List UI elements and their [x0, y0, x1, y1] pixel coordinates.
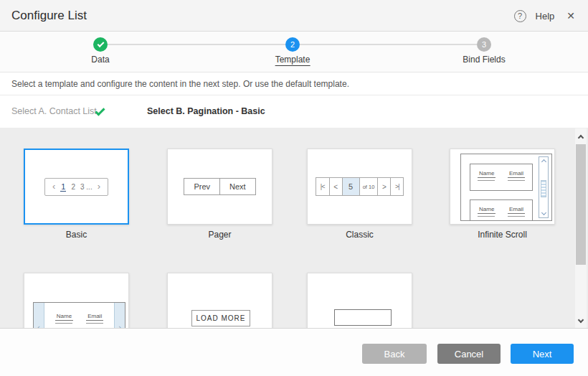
last-page-icon: >| [390, 178, 403, 195]
data-line [508, 216, 525, 217]
selection-row: Select A. Contact List Select B. Paginat… [0, 95, 588, 128]
check-icon [97, 40, 104, 47]
template-card-pager[interactable]: Prev Next [167, 149, 272, 225]
template-card-basic[interactable]: ‹ 1 2 3 ... › [24, 149, 129, 225]
chevron-left-icon: ‹ [52, 183, 55, 190]
template-slot-classic: |< < 5 of 10 > >| Classic [307, 149, 412, 240]
configure-list-dialog: Configure List ? Help ✕ 2 3 Data Templat… [0, 0, 588, 376]
step-template-circle[interactable]: 2 [285, 37, 300, 52]
infinite-scroll-preview: Name Email Name Email [460, 154, 552, 221]
data-line [478, 216, 495, 217]
next-page-icon: > [377, 178, 390, 195]
dialog-header: Configure List ? Help ✕ [0, 0, 588, 32]
close-icon[interactable]: ✕ [564, 9, 578, 23]
description-bar: Select a template and configure the cont… [0, 72, 588, 95]
name-column-label: Name [478, 206, 495, 214]
prev-cell: Prev [184, 179, 219, 194]
page-rest: 3 ... [80, 183, 93, 191]
template-gallery-panel: ‹ 1 2 3 ... › Basic Prev Next Pager [0, 128, 588, 329]
dialog-title: Configure List [11, 0, 87, 32]
gallery-scrollbar[interactable] [575, 128, 587, 328]
template-label-classic: Classic [307, 230, 412, 240]
first-page-icon: |< [316, 178, 329, 195]
template-card-load-more[interactable]: LOAD MORE [167, 273, 272, 329]
prev-page-icon: < [329, 178, 342, 195]
chevron-up-icon [541, 159, 546, 164]
slider-preview: ‹ Name Email › [33, 302, 125, 329]
chevron-right-icon: › [98, 183, 100, 190]
template-slot-infinite-scroll: Name Email Name Email Infinite Scroll [450, 149, 555, 240]
record-box: Name Email [470, 164, 533, 191]
data-line [86, 323, 103, 324]
name-column-label: Name [55, 313, 73, 321]
step-connector-1 [108, 44, 285, 45]
help-link[interactable]: Help [536, 11, 555, 22]
template-slot-slider: ‹ Name Email › [24, 273, 129, 329]
next-button[interactable]: Next [511, 344, 574, 364]
step-data-circle[interactable] [93, 37, 108, 52]
next-cell: Next [219, 179, 255, 194]
current-page-cell: 5 [342, 178, 359, 195]
header-actions: ? Help ✕ [514, 0, 578, 32]
chevron-down-icon [541, 210, 546, 215]
select-a-label: Select A. Contact List [11, 95, 97, 128]
page-1-active: 1 [60, 182, 66, 192]
scroll-thumb [541, 180, 546, 197]
scrollbar-thumb[interactable] [576, 144, 586, 265]
template-card-slider[interactable]: ‹ Name Email › [24, 273, 129, 329]
step-data-label: Data [91, 55, 109, 65]
empty-field-preview [334, 309, 392, 326]
classic-pagination-preview: |< < 5 of 10 > >| [316, 177, 404, 196]
step-bind-fields-circle[interactable]: 3 [477, 37, 491, 52]
step-bind-fields-label: Bind Fields [463, 55, 505, 65]
email-column-label: Email [508, 170, 525, 178]
data-line [508, 180, 525, 181]
select-b-label: Select B. Pagination - Basic [147, 95, 265, 128]
data-line [55, 323, 72, 324]
basic-pagination-preview: ‹ 1 2 3 ... › [44, 178, 108, 196]
record-box: Name Email [470, 199, 533, 221]
chevron-right-icon: › [114, 303, 125, 329]
mini-scrollbar [539, 156, 549, 218]
pager-preview: Prev Next [184, 178, 255, 195]
template-label-pager: Pager [167, 230, 272, 240]
data-line [478, 180, 495, 181]
email-column-label: Email [508, 206, 525, 214]
template-slot-empty [307, 273, 412, 329]
of-total-cell: of 10 [359, 178, 378, 195]
name-column-label: Name [478, 170, 495, 178]
template-card-empty[interactable] [307, 273, 412, 329]
template-card-classic[interactable]: |< < 5 of 10 > >| [307, 149, 412, 225]
template-slot-pager: Prev Next Pager [167, 149, 272, 240]
description-text: Select a template and configure the cont… [11, 72, 349, 95]
template-label-basic: Basic [24, 230, 129, 240]
template-slot-basic: ‹ 1 2 3 ... › Basic [24, 149, 129, 240]
email-column-label: Email [86, 313, 103, 321]
chevron-left-icon: ‹ [34, 303, 44, 329]
cancel-button[interactable]: Cancel [437, 344, 501, 364]
template-card-infinite-scroll[interactable]: Name Email Name Email [450, 149, 555, 225]
step-template-label: Template [275, 55, 310, 66]
chevron-up-icon[interactable] [578, 135, 584, 141]
load-more-preview-button: LOAD MORE [191, 310, 250, 326]
template-label-infinite-scroll: Infinite Scroll [450, 230, 555, 240]
dialog-footer: Back Cancel Next [0, 329, 588, 376]
template-slot-load-more: LOAD MORE [167, 273, 272, 329]
page-2: 2 [71, 183, 75, 191]
help-icon[interactable]: ? [514, 10, 526, 22]
slider-record: Name Email [44, 303, 114, 329]
chevron-down-icon[interactable] [578, 317, 584, 323]
step-connector-2 [300, 44, 477, 45]
stepper: 2 3 Data Template Bind Fields [0, 32, 588, 72]
back-button[interactable]: Back [362, 344, 427, 364]
